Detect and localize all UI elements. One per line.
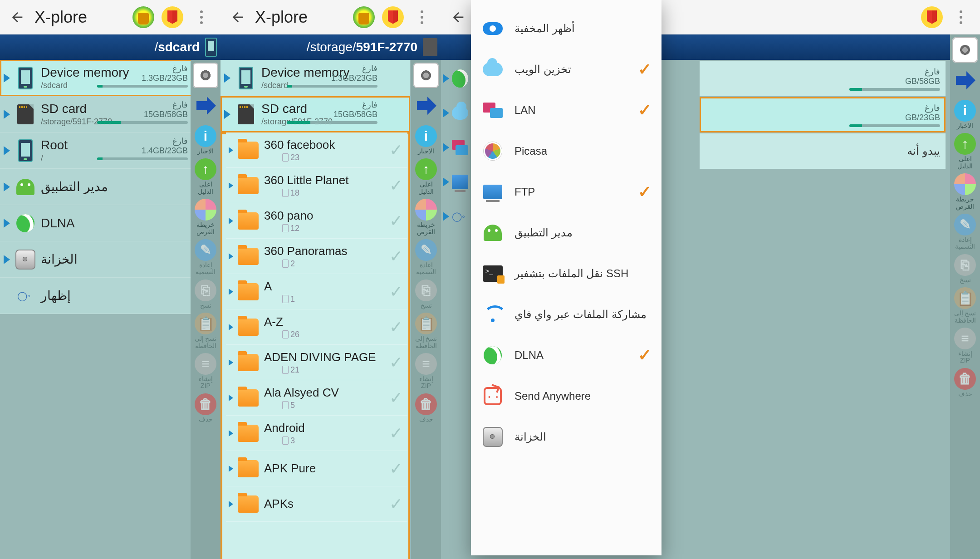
expand-icon[interactable] [4,146,11,155]
popup-item[interactable]: تخزين الويب ✓ [471,49,662,90]
expand-icon[interactable] [229,466,233,472]
expand-icon[interactable] [229,182,233,189]
expand-icon[interactable] [229,501,233,507]
pane-arrow-icon[interactable] [194,94,217,117]
popup-item[interactable]: مدير التطبيق [471,212,662,253]
tool-zip[interactable]: ≡ إنشاء ZIP [193,353,218,390]
storage-row[interactable]: الخزانة [0,241,220,278]
camera-button[interactable] [413,63,439,88]
folder-row[interactable]: APK Pure ✓ [226,451,407,486]
expand-icon[interactable] [4,110,11,119]
tool-trash[interactable]: 🗑 حذف [193,393,218,423]
path-bar[interactable]: /sdcard [0,34,220,60]
expand-icon[interactable] [224,110,231,119]
expand-icon[interactable] [229,218,233,224]
tool-copy[interactable]: ⎘ نسخ [952,254,978,284]
check-icon[interactable]: ✓ [389,211,403,230]
check-icon[interactable]: ✓ [389,176,403,195]
tool-disk[interactable]: خريطة القرص [952,173,978,210]
tool-clip[interactable]: 📋 نسخ إلى الحافظة [413,313,439,349]
storage-row[interactable]: ◯◦إظهار [0,278,220,314]
check-icon[interactable]: ✓ [389,459,403,478]
check-icon[interactable]: ✓ [389,424,403,443]
bookmark-icon[interactable] [919,5,945,30]
check-icon[interactable]: ✓ [389,353,403,372]
expand-icon[interactable] [4,74,11,83]
tool-disk[interactable]: خريطة القرص [193,199,218,235]
folder-row[interactable]: 360 Panoramas 2 ✓ [226,239,407,274]
storage-row[interactable]: Device memory/sdcardفارغ1.3GB/23GB [0,60,220,96]
expand-icon[interactable] [224,74,231,83]
expand-icon[interactable] [4,219,11,228]
popup-item[interactable]: LAN ✓ [471,90,662,131]
tool-copy[interactable]: ⎘ نسخ [413,280,439,309]
tool-info[interactable]: i الاخبار [952,100,978,129]
tool-info[interactable]: i الاخبار [193,125,218,155]
popup-item[interactable]: Send Anywhere [471,376,662,417]
tool-trash[interactable]: 🗑 حذف [952,368,978,397]
tool-zip[interactable]: ≡ إنشاء ZIP [952,328,978,364]
popup-item[interactable]: مشاركة الملفات عبر واي فاي [471,294,662,335]
folder-row[interactable]: Ala Alsyed CV 5 ✓ [226,380,407,416]
popup-item[interactable]: الخزانة [471,417,662,457]
check-icon[interactable]: ✓ [389,141,403,160]
check-icon[interactable]: ✓ [389,318,403,337]
popup-item[interactable]: نقل الملفات بتشفير SSH [471,253,662,294]
tool-disk[interactable]: خريطة القرص [413,199,439,235]
bookmark-icon[interactable] [160,5,185,30]
folder-row[interactable]: ADEN DIVING PAGE 21 ✓ [226,345,407,380]
back-button[interactable] [5,5,30,30]
check-icon[interactable]: ✓ [389,388,403,407]
check-icon[interactable]: ✓ [389,495,403,514]
storage-row[interactable]: SD card/storage/591F-2770فارغ15GB/58GB [0,96,220,132]
expand-icon[interactable] [229,324,233,330]
expand-icon[interactable] [229,289,233,295]
expand-icon[interactable] [4,255,11,264]
popup-item[interactable]: FTP ✓ [471,172,662,212]
folder-row[interactable]: Android 3 ✓ [226,416,407,451]
expand-icon[interactable] [4,182,11,191]
tool-info[interactable]: i الاخبار [413,125,439,155]
tool-edit[interactable]: ✎ إعادة التسمية [413,239,439,276]
storage-row[interactable]: SD card/storage/591F-2770فارغ15GB/58GB [220,96,410,132]
storage-row[interactable]: Device memory/sdcardفارغ1.3GB/23GB [220,60,410,96]
popup-item[interactable]: Picasa [471,131,662,172]
tool-copy[interactable]: ⎘ نسخ [193,280,218,309]
expand-icon[interactable] [229,253,233,260]
tool-edit[interactable]: ✎ إعادة التسمية [952,214,978,250]
storage-row[interactable]: مدير التطبيق [0,169,220,205]
folder-row[interactable]: A-Z 26 ✓ [226,309,407,345]
folder-list[interactable]: 360 facebook 23 ✓ 360 Little Planet 18 ✓… [220,132,410,559]
tool-edit[interactable]: ✎ إعادة التسمية [193,239,218,276]
camera-button[interactable] [952,37,978,63]
tool-up[interactable]: ↑ اعلى الدليل [952,133,978,170]
tool-up[interactable]: ↑ اعلى الدليل [413,158,439,195]
storage-row[interactable]: DLNA [0,205,220,241]
back-button[interactable] [225,5,250,30]
storage-row[interactable]: Root/فارغ1.4GB/23GB [0,132,220,169]
overflow-menu-button[interactable] [409,5,435,30]
overflow-menu-button[interactable] [948,5,974,30]
check-icon[interactable]: ✓ [389,282,403,301]
expand-icon[interactable] [229,359,233,366]
pane-arrow-icon[interactable] [954,69,976,92]
popup-item[interactable]: DLNA ✓ [471,335,662,376]
overflow-menu-button[interactable] [189,5,214,30]
expand-icon[interactable] [229,395,233,401]
camera-button[interactable] [193,63,218,88]
check-icon[interactable]: ✓ [389,247,403,266]
tool-trash[interactable]: 🗑 حذف [413,393,439,423]
folder-row[interactable]: A 1 ✓ [226,274,407,309]
donate-icon[interactable] [351,5,377,30]
tool-up[interactable]: ↑ اعلى الدليل [193,158,218,195]
folder-row[interactable]: APKs ✓ [226,486,407,522]
tool-clip[interactable]: 📋 نسخ إلى الحافظة [952,287,978,324]
pane-arrow-icon[interactable] [415,94,437,117]
tool-clip[interactable]: 📋 نسخ إلى الحافظة [193,313,218,349]
donate-icon[interactable] [131,5,156,30]
folder-row[interactable]: 360 Little Planet 18 ✓ [226,168,407,203]
bookmark-icon[interactable] [380,5,406,30]
expand-icon[interactable] [229,430,233,436]
back-button[interactable] [446,5,471,30]
popup-item[interactable]: أظهر المخفية [471,8,662,49]
